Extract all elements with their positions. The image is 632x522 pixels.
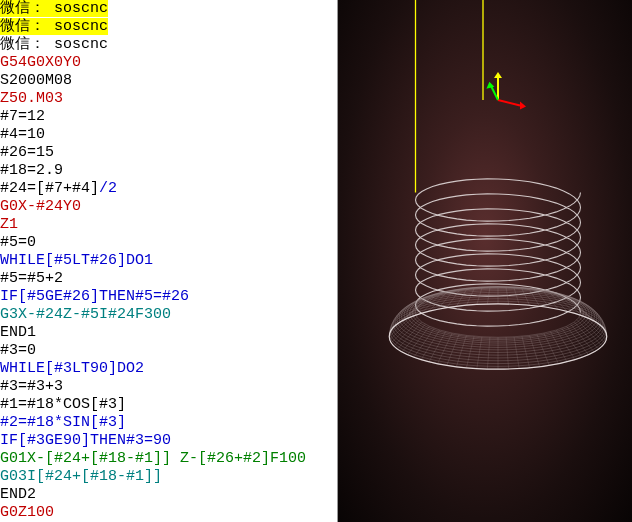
code-line: G0X-#24Y0 — [0, 198, 338, 216]
code-line: IF[#5GE#26]THEN#5=#26 — [0, 288, 338, 306]
code-line: #26=15 — [0, 144, 338, 162]
svg-line-43 — [438, 333, 453, 364]
code-line: #3=0 — [0, 342, 338, 360]
code-content: 微信： soscnc微信： soscnc微信： soscncG54G0X0Y0S… — [0, 0, 338, 522]
code-editor-panel: 微信： soscnc微信： soscnc微信： soscncG54G0X0Y0S… — [0, 0, 338, 522]
code-line: #5=0 — [0, 234, 338, 252]
code-line: #18=2.9 — [0, 162, 338, 180]
svg-marker-5 — [486, 82, 494, 89]
code-line: END1 — [0, 324, 338, 342]
svg-line-35 — [514, 337, 519, 369]
svg-marker-3 — [520, 102, 526, 110]
watermark-line: 微信： soscnc — [0, 0, 338, 18]
code-line: #24=[#7+#4]/2 — [0, 180, 338, 198]
svg-line-71 — [514, 288, 519, 304]
watermark-line: 微信： soscnc — [0, 36, 338, 54]
code-line: #3=#3+3 — [0, 378, 338, 396]
code-line: END2 — [0, 486, 338, 504]
code-line: G54G0X0Y0 — [0, 54, 338, 72]
code-line: WHILE[#3LT90]DO2 — [0, 360, 338, 378]
svg-line-36 — [506, 337, 509, 369]
code-line: Z1 — [0, 216, 338, 234]
code-line: Z50.M03 — [0, 90, 338, 108]
toolpath-viewport[interactable] — [338, 0, 632, 522]
code-line: G0Z100 — [0, 504, 338, 522]
code-line: #1=#18*COS[#3] — [0, 396, 338, 414]
code-line: S2000M08 — [0, 72, 338, 90]
code-line: G3X-#24Z-#5I#24F300 — [0, 306, 338, 324]
toolpath-scene — [338, 0, 632, 522]
code-scroll-area[interactable]: 微信： soscnc微信： soscnc微信： soscncG54G0X0Y0S… — [0, 0, 338, 522]
code-line: #2=#18*SIN[#3] — [0, 414, 338, 432]
code-line: WHILE[#5LT#26]DO1 — [0, 252, 338, 270]
code-line: #7=12 — [0, 108, 338, 126]
svg-line-39 — [477, 337, 482, 369]
svg-line-31 — [544, 333, 559, 364]
svg-marker-1 — [494, 72, 502, 78]
svg-line-2 — [498, 100, 520, 106]
code-line: IF[#3GE90]THEN#3=90 — [0, 432, 338, 450]
code-line: #4=10 — [0, 126, 338, 144]
watermark-line: 微信： soscnc — [0, 18, 338, 36]
code-line: G03I[#24+[#18-#1]] — [0, 468, 338, 486]
code-line: G01X-[#24+[#18-#1]] Z-[#26+#2]F100 — [0, 450, 338, 468]
svg-line-38 — [487, 337, 490, 369]
code-line: #5=#5+2 — [0, 270, 338, 288]
